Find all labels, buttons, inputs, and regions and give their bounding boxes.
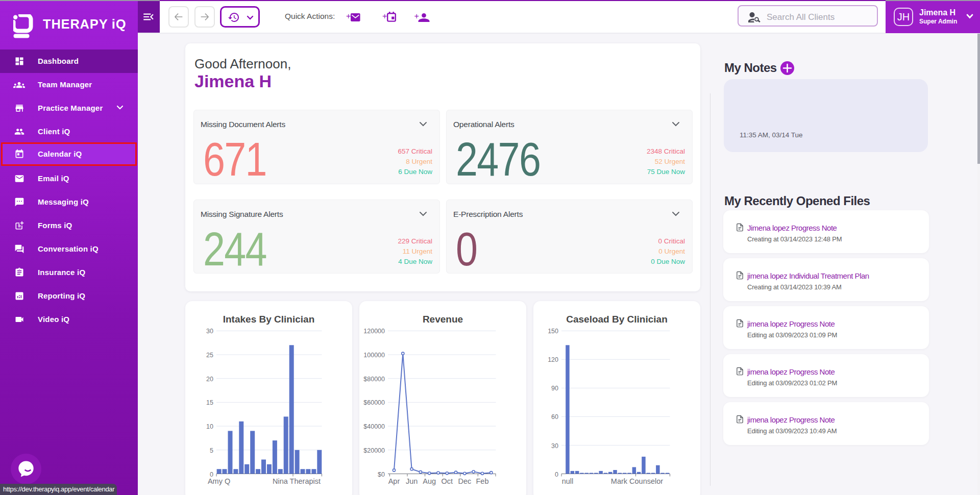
svg-text:Apr: Apr: [388, 477, 400, 485]
svg-text:5: 5: [210, 447, 213, 454]
svg-text:100000: 100000: [363, 352, 385, 359]
svg-text:$20000: $20000: [363, 447, 385, 454]
svg-text:Mark Counselor: Mark Counselor: [611, 477, 664, 485]
svg-text:60: 60: [551, 413, 558, 420]
svg-text:30: 30: [206, 328, 213, 335]
svg-text:20: 20: [206, 376, 213, 383]
svg-text:null: null: [562, 477, 574, 485]
svg-text:25: 25: [206, 352, 213, 359]
svg-text:0: 0: [555, 471, 558, 478]
svg-text:Dec: Dec: [458, 477, 472, 485]
svg-text:Amy Q: Amy Q: [208, 477, 230, 485]
svg-text:$80000: $80000: [363, 376, 385, 383]
svg-text:Jun: Jun: [406, 477, 418, 485]
svg-text:Feb: Feb: [476, 477, 489, 485]
svg-text:Nina Therapist: Nina Therapist: [273, 477, 321, 485]
svg-text:90: 90: [551, 385, 558, 392]
svg-text:15: 15: [206, 399, 213, 406]
svg-text:Oct: Oct: [442, 477, 453, 485]
svg-text:30: 30: [551, 442, 558, 450]
svg-text:10: 10: [206, 423, 213, 430]
svg-text:120: 120: [548, 356, 558, 363]
svg-text:Aug: Aug: [423, 477, 436, 485]
svg-text:$60000: $60000: [363, 399, 385, 406]
svg-text:150: 150: [548, 328, 558, 335]
svg-text:120000: 120000: [363, 328, 385, 335]
svg-text:$40000: $40000: [363, 423, 385, 430]
svg-text:$0: $0: [378, 471, 385, 478]
